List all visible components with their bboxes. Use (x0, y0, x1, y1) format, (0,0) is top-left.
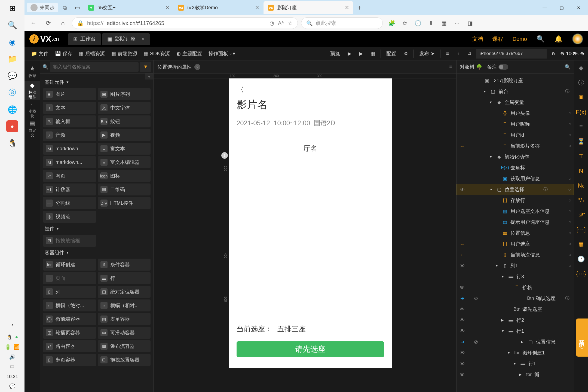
expand-icon[interactable]: ▶ (501, 318, 506, 322)
component-item[interactable]: ◯微前端容器 (43, 313, 96, 325)
section-header[interactable]: 容器组件 ▼ (43, 247, 151, 259)
tree-node[interactable]: T用户id○ (457, 130, 574, 140)
expand-icon[interactable]: ▼ (495, 264, 500, 268)
strip-x-icon[interactable]: 𝒳 (576, 210, 586, 220)
favorites-icon[interactable]: ✩ (399, 17, 411, 29)
expand-icon[interactable]: ▼ (489, 155, 494, 159)
tree-search-icon[interactable]: 🔍 (565, 64, 571, 70)
help-center-tab[interactable]: 帮助中心 (576, 318, 588, 357)
tree-node[interactable]: ➜⊘Btn确认选座ⓘ (457, 293, 574, 304)
docs-link[interactable]: 文档 (472, 35, 483, 43)
component-item[interactable]: ▦瀑布流容器 (98, 340, 151, 352)
backend-res[interactable]: ▦ 后端资源 (76, 49, 108, 59)
notes-toggle[interactable] (498, 64, 508, 70)
visibility-icon[interactable]: 👁 (457, 372, 468, 378)
tree-node[interactable]: ▼◆全局变量 (457, 97, 574, 108)
browser-tab[interactable]: +h5交互+✕ (84, 1, 174, 14)
strip-01-icon[interactable]: ⁰/₁ (576, 195, 586, 205)
align2-icon[interactable]: ⫞ (453, 49, 462, 59)
component-item[interactable]: ▭可滑动容器 (98, 327, 151, 339)
task-icon[interactable]: 🔍 (6, 19, 18, 31)
tray-expand-icon[interactable]: › (6, 318, 18, 330)
tree-node[interactable]: ▦位置信息○ (457, 228, 574, 238)
component-search-input[interactable] (50, 62, 139, 72)
profile-chip[interactable]: 未同步 (27, 3, 58, 12)
extensions-icon[interactable]: 🧩 (386, 17, 397, 29)
left-nav-item[interactable]: ▤自定义 (24, 119, 40, 138)
component-item[interactable]: ▦二维码 (98, 183, 151, 195)
close-app-tab-icon[interactable]: ✕ (141, 36, 145, 42)
play2-button[interactable]: ▶ (356, 49, 366, 59)
maximize-button[interactable]: ▢ (554, 2, 569, 13)
strip-clock-icon[interactable]: 🕐 (576, 254, 586, 264)
tree-node[interactable]: [ ]存放行○ (457, 195, 574, 206)
strip-t-icon[interactable]: T (576, 151, 586, 161)
visibility-icon[interactable]: 👁 (457, 307, 468, 312)
component-item[interactable]: Mmarkdown... (43, 156, 96, 168)
info-icon[interactable]: ⓘ (565, 89, 569, 94)
component-item[interactable]: ▭页面 (43, 272, 96, 284)
strip-timer-icon[interactable]: ⏳ (576, 137, 586, 146)
visibility-icon[interactable]: 👁 (457, 328, 468, 334)
object-tree[interactable]: ▣[217]影院订座▼▢前台ⓘ▼◆全局变量{}用户头像○T用户昵称○T用户id○… (457, 74, 574, 392)
component-item[interactable]: ⇄路由容器 (43, 340, 96, 352)
app-icon[interactable]: ● (6, 120, 18, 132)
reader-icon[interactable]: Aᴬ (278, 20, 284, 26)
edge-icon[interactable]: ◉ (6, 36, 18, 48)
component-item[interactable]: Btn按钮 (98, 115, 151, 127)
expand-icon[interactable]: ▼ (513, 362, 517, 366)
hidden-icon[interactable]: ⊘ (470, 339, 482, 345)
visibility-icon[interactable]: 👁 (457, 350, 468, 356)
windows-start-icon[interactable]: ⊞ (6, 2, 18, 14)
arrow-back-icon[interactable]: ← (457, 241, 468, 247)
notifications-icon[interactable]: 💬 (9, 383, 15, 389)
explorer-icon[interactable]: 📁 (6, 53, 18, 65)
user-avatar[interactable] (572, 33, 583, 44)
component-item[interactable]: ↔横幅（相对... (98, 299, 151, 311)
device-icon[interactable]: 🖥 (463, 49, 475, 59)
canvas-marker[interactable]: 1 (221, 152, 228, 159)
bell-icon[interactable]: 🔔 (554, 35, 563, 43)
ie-icon[interactable]: ⓔ (6, 87, 18, 99)
save-button[interactable]: 💾 保存 (52, 49, 75, 59)
close-tab-icon[interactable]: ✕ (345, 5, 349, 11)
strip-n0-icon[interactable]: N₀ (576, 181, 586, 191)
tree-node[interactable]: ▣获取用户信息○ (457, 173, 574, 184)
search-box[interactable]: 🔍 点此搜索 (301, 17, 383, 29)
component-item[interactable]: ±1计数器 (43, 183, 96, 195)
qq-icon[interactable]: 🐧 (6, 137, 18, 149)
strip-n-icon[interactable]: N (576, 166, 586, 176)
sidebar-icon[interactable]: ◨ (464, 17, 476, 29)
tab-object-tree[interactable]: 对象树 🌳 (460, 64, 482, 70)
visibility-icon[interactable]: 👁 (457, 285, 468, 290)
volume-icon[interactable]: 🔊 (9, 354, 15, 360)
settings-icon[interactable]: ⚙ (400, 49, 411, 59)
expand-icon[interactable]: ▼ (483, 90, 488, 93)
info-icon[interactable]: ⓘ (543, 187, 548, 192)
tree-node[interactable]: 👁T价格 (457, 282, 574, 293)
left-nav-item[interactable]: ★收藏 (24, 62, 40, 81)
component-item[interactable]: ⊡拖拽放置容器 (98, 354, 151, 366)
strip-grid-icon[interactable]: ▦ (576, 240, 586, 249)
strip-brace-icon[interactable]: {⋯} (576, 269, 586, 279)
wifi-icon[interactable]: 📶 (14, 344, 20, 350)
component-item[interactable]: ▬行 (98, 272, 151, 284)
tree-node[interactable]: ▤提示用户选座信息○ (457, 217, 574, 228)
component-item[interactable]: ↔横幅（绝对... (43, 299, 96, 311)
course-link[interactable]: 课程 (492, 35, 503, 43)
align-icon[interactable]: ≡ (443, 49, 452, 59)
url-input[interactable]: 🔒 https://editor.ivx.cn/#11764265 ◔ Aᴬ ☆ (72, 17, 298, 29)
strip-info-icon[interactable]: ⓘ (576, 78, 586, 88)
section-header[interactable]: 挂件 ▼ (43, 223, 151, 235)
zoom-out-icon[interactable]: ⊖ (560, 51, 564, 57)
tree-node[interactable]: {}用户头像○ (457, 108, 574, 119)
visibility-icon[interactable]: 👁 (457, 361, 468, 367)
close-window-button[interactable]: ✕ (571, 2, 586, 13)
sdk-res[interactable]: ▦ SDK资源 (141, 49, 173, 59)
expand-icon[interactable]: ▼ (507, 351, 512, 355)
search-app-icon[interactable]: 🔍 (536, 35, 545, 43)
demo-link[interactable]: Demo (513, 36, 527, 42)
app-tab[interactable]: ▣影院订座✕ (102, 33, 150, 45)
tree-node[interactable]: ▼▬行3 (457, 271, 574, 282)
workspaces-icon[interactable]: ⧉ (59, 2, 71, 13)
